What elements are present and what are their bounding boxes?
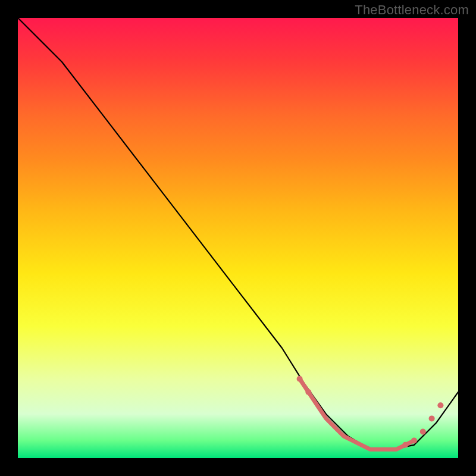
- marker-dot: [411, 437, 417, 443]
- curve-layer: [18, 18, 458, 458]
- optimal-range-line: [300, 379, 414, 449]
- marker-dot: [402, 442, 408, 448]
- watermark-text: TheBottleneck.com: [355, 2, 469, 18]
- chart-frame: TheBottleneck.com: [0, 0, 476, 476]
- marker-dot: [297, 376, 303, 382]
- marker-dot: [429, 415, 435, 421]
- marker-dot: [305, 389, 311, 395]
- marker-dot: [437, 402, 443, 408]
- gradient-plot-area: [18, 18, 458, 458]
- bottleneck-curve: [18, 18, 458, 449]
- marker-dot: [420, 429, 426, 435]
